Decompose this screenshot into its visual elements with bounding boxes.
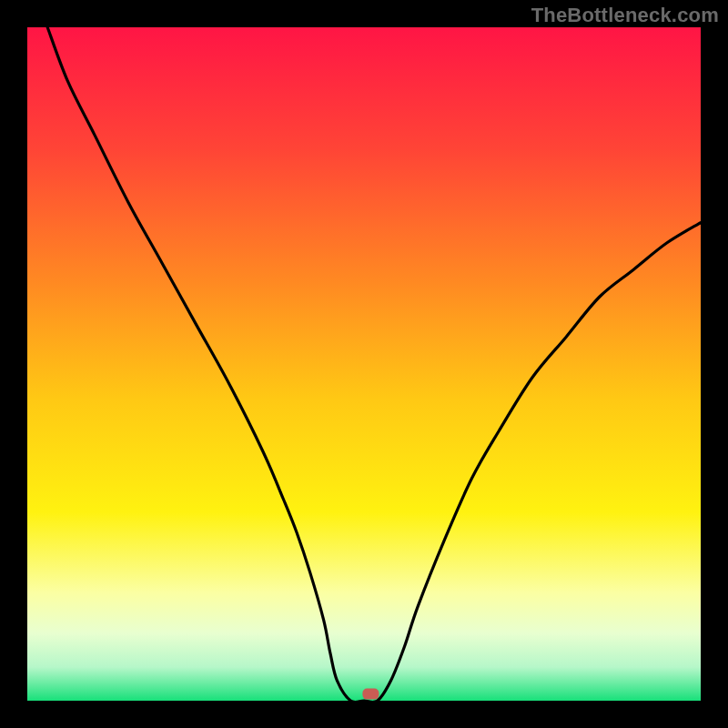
minimum-marker <box>362 689 379 700</box>
bottleneck-chart <box>0 0 728 728</box>
plot-background <box>27 27 701 701</box>
watermark-label: TheBottleneck.com <box>531 4 719 27</box>
chart-frame: TheBottleneck.com <box>0 0 728 728</box>
